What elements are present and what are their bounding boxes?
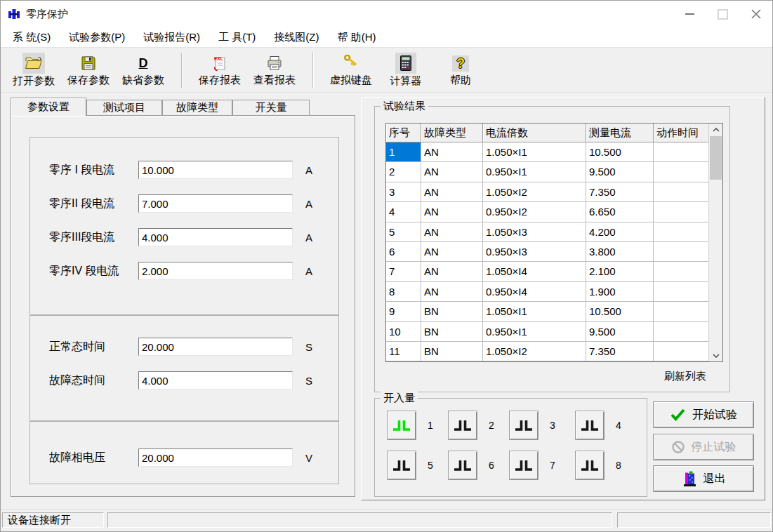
toolbar-virtual-keyboard[interactable]: 虚拟键盘 — [324, 50, 378, 91]
toolbar-open-params[interactable]: 打开参数 — [6, 50, 61, 91]
table-header-col-fault-type[interactable]: 故障类型 — [421, 124, 483, 142]
table-cell[interactable] — [654, 322, 708, 342]
table-cell[interactable]: 7.350 — [586, 182, 654, 202]
table-cell[interactable]: 10.500 — [586, 302, 654, 321]
normal-state-time-input[interactable] — [138, 338, 293, 356]
exit-button[interactable]: 退出 — [653, 465, 754, 492]
table-cell[interactable]: 0.950×I4 — [483, 282, 586, 302]
toolbar-save-params[interactable]: 保存参数 — [61, 50, 116, 91]
table-cell[interactable] — [654, 142, 708, 162]
table-cell[interactable]: AN — [421, 242, 483, 262]
table-cell[interactable]: 1.050×I2 — [483, 342, 586, 361]
table-cell[interactable]: 1.900 — [586, 282, 654, 302]
table-cell[interactable] — [654, 182, 708, 202]
menu-test-params[interactable]: 试验参数(P) — [60, 31, 134, 44]
zero-seq-4-current-input[interactable] — [138, 262, 293, 280]
table-cell[interactable] — [654, 202, 708, 222]
table-cell[interactable]: AN — [421, 222, 483, 242]
table-cell[interactable]: 0.950×I3 — [483, 242, 586, 262]
table-cell[interactable]: 0.950×I1 — [483, 162, 586, 182]
table-header-col-action-time[interactable]: 动作时间 — [654, 124, 708, 142]
table-cell[interactable]: 1.050×I1 — [483, 302, 586, 321]
table-cell[interactable]: 9 — [386, 302, 421, 321]
tab-fault-type[interactable]: 故障类型 — [162, 100, 232, 115]
zero-seq-1-current-input[interactable] — [138, 161, 293, 179]
digital-input-1-button[interactable] — [387, 411, 416, 440]
tab-param-settings[interactable]: 参数设置 — [11, 98, 86, 116]
table-cell[interactable]: BN — [421, 342, 483, 361]
maximize-button[interactable] — [706, 1, 739, 27]
table-cell[interactable]: AN — [421, 202, 483, 222]
scroll-up-button[interactable] — [709, 124, 722, 135]
table-cell[interactable]: AN — [421, 142, 483, 162]
digital-input-4-button[interactable] — [575, 411, 604, 440]
table-cell[interactable]: 11 — [386, 342, 421, 361]
table-cell[interactable]: 0.950×I1 — [483, 322, 586, 342]
table-header-col-current-multiple[interactable]: 电流倍数 — [483, 124, 586, 142]
table-cell[interactable]: 4.200 — [586, 222, 654, 242]
table-cell[interactable]: 10.500 — [586, 142, 654, 162]
table-cell[interactable]: 9.500 — [586, 322, 654, 342]
scrollbar-thumb[interactable] — [710, 136, 722, 180]
table-cell[interactable] — [654, 242, 708, 262]
table-cell[interactable]: 8 — [386, 282, 421, 302]
table-cell[interactable] — [654, 262, 708, 281]
fault-phase-voltage-input[interactable] — [138, 448, 293, 467]
table-cell[interactable]: 1.050×I4 — [483, 262, 586, 281]
refresh-list-link[interactable]: 刷新列表 — [664, 370, 706, 383]
table-cell[interactable]: BN — [421, 302, 483, 321]
table-cell[interactable]: 3 — [386, 182, 421, 202]
menu-system[interactable]: 系 统(S) — [4, 31, 60, 44]
scroll-down-button[interactable] — [709, 350, 722, 361]
toolbar-save-report[interactable]: EXL保存报表 — [192, 50, 247, 91]
table-cell[interactable]: 7.350 — [586, 342, 654, 361]
menu-help[interactable]: 帮 助(H) — [328, 31, 385, 44]
menu-tools[interactable]: 工 具(T) — [209, 31, 265, 44]
digital-input-5-button[interactable] — [387, 451, 416, 480]
table-cell[interactable]: 1 — [386, 142, 421, 162]
table-cell[interactable]: 5 — [386, 222, 421, 242]
digital-input-3-button[interactable] — [509, 411, 539, 440]
start-test-button[interactable]: 开始试验 — [653, 401, 754, 428]
toolbar-calculator[interactable]: 计算器 — [378, 50, 433, 91]
digital-input-7-button[interactable] — [509, 451, 539, 480]
table-cell[interactable] — [654, 162, 708, 182]
table-scrollbar[interactable] — [708, 124, 722, 361]
table-cell[interactable]: 1.050×I2 — [483, 182, 586, 202]
toolbar-default-params[interactable]: D缺省参数 — [116, 50, 171, 91]
close-button[interactable] — [739, 1, 772, 27]
minimize-button[interactable] — [673, 1, 706, 27]
table-cell[interactable] — [654, 302, 708, 321]
table-cell[interactable]: 2.100 — [586, 262, 654, 281]
table-cell[interactable] — [654, 342, 708, 361]
table-cell[interactable]: 6 — [386, 242, 421, 262]
menu-wiring-diagram[interactable]: 接线图(Z) — [265, 31, 328, 44]
table-cell[interactable] — [654, 222, 708, 242]
fault-state-time-input[interactable] — [138, 371, 293, 390]
tab-switch-values[interactable]: 开关量 — [232, 100, 310, 115]
table-cell[interactable]: 6.650 — [586, 202, 654, 222]
table-cell[interactable]: 2 — [386, 162, 421, 182]
table-cell[interactable]: 4 — [386, 202, 421, 222]
table-header-col-index[interactable]: 序号 — [386, 124, 421, 142]
table-cell[interactable]: AN — [421, 262, 483, 281]
table-cell[interactable]: AN — [421, 282, 483, 302]
toolbar-view-report[interactable]: 查看报表 — [247, 50, 302, 91]
table-cell[interactable]: BN — [421, 322, 483, 342]
zero-seq-3-current-input[interactable] — [138, 228, 293, 246]
table-cell[interactable]: 7 — [386, 262, 421, 281]
menu-test-report[interactable]: 试验报告(R) — [134, 31, 209, 44]
table-cell[interactable]: AN — [421, 162, 483, 182]
table-cell[interactable]: 0.950×I2 — [483, 202, 586, 222]
table-cell[interactable]: 9.500 — [586, 162, 654, 182]
zero-seq-2-current-input[interactable] — [138, 194, 293, 213]
table-cell[interactable]: 1.050×I3 — [483, 222, 586, 242]
table-cell[interactable]: 3.800 — [586, 242, 654, 262]
stop-test-button[interactable]: 停止试验 — [653, 434, 754, 460]
tab-test-items[interactable]: 测试项目 — [86, 100, 162, 115]
digital-input-8-button[interactable] — [575, 451, 604, 480]
digital-input-6-button[interactable] — [448, 451, 477, 480]
toolbar-help[interactable]: ?帮助 — [433, 50, 488, 91]
table-cell[interactable] — [654, 282, 708, 302]
table-header-col-measured-current[interactable]: 测量电流 — [586, 124, 654, 142]
